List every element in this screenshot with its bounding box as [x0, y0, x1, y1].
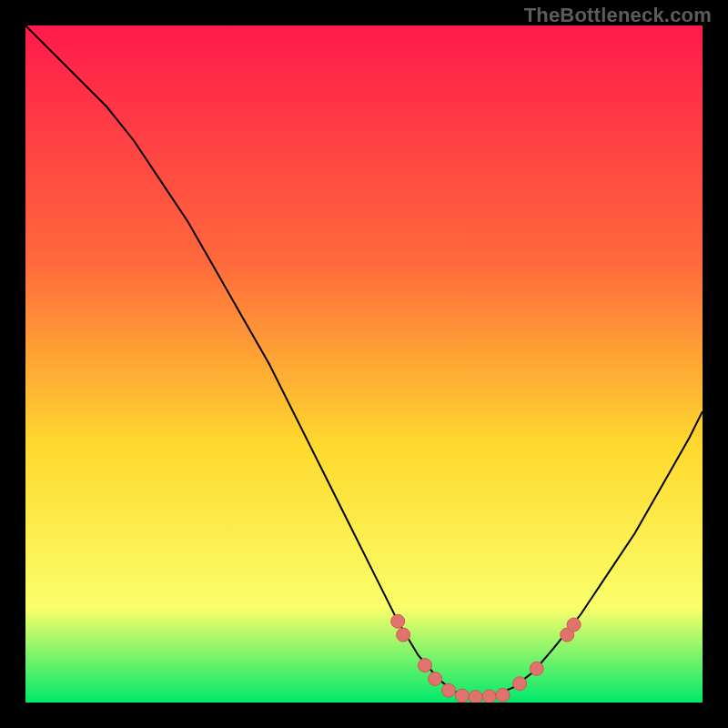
curve-marker [429, 672, 442, 685]
chart-svg [25, 25, 703, 703]
curve-marker [567, 618, 581, 632]
curve-marker [469, 691, 482, 703]
chart-frame: TheBottleneck.com [0, 0, 728, 728]
curve-marker [442, 683, 456, 697]
curve-marker [397, 628, 410, 642]
plot-area [25, 25, 703, 703]
curve-marker [482, 690, 496, 703]
curve-marker [391, 614, 405, 628]
curve-marker [530, 662, 543, 675]
curve-marker [418, 659, 431, 672]
curve-marker [455, 689, 469, 703]
gradient-background [25, 25, 703, 703]
curve-marker [496, 688, 510, 702]
curve-marker [513, 677, 527, 691]
watermark-text: TheBottleneck.com [524, 4, 712, 27]
